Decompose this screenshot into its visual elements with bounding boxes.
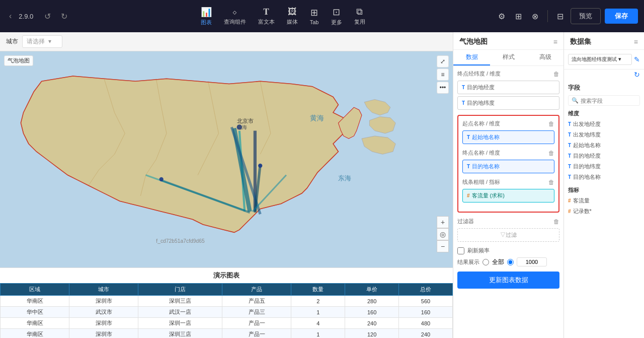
config-tab-advanced[interactable]: 高级 xyxy=(527,50,564,65)
component-icon-btn[interactable]: ⊞ xyxy=(512,10,525,23)
table-cell: 1 xyxy=(291,307,345,318)
svg-point-10 xyxy=(159,177,164,181)
refresh-checkbox[interactable] xyxy=(457,247,464,254)
city-select[interactable]: 请选择 ▾ xyxy=(22,35,62,48)
update-chart-btn[interactable]: 更新图表数据 xyxy=(457,272,559,289)
toolbar-tab[interactable]: ⊞ Tab xyxy=(306,5,323,27)
table-view-btn[interactable]: ≡ xyxy=(437,69,449,81)
col-price: 单价 xyxy=(345,284,399,296)
table-cell: 深圳三店 xyxy=(138,296,222,307)
startpoint-delete-btn[interactable]: 🗑 xyxy=(548,120,554,127)
endpoint-section: 终点经纬度 / 维度 🗑 T 目的地经度 T 目的地纬度 xyxy=(457,70,559,110)
filter-section: 过滤器 🗑 ▽过滤 xyxy=(457,218,559,242)
config-panel: 气泡地图 ≡ 数据 样式 高级 终点经纬度 / 维度 🗑 T 目的地经度 T xyxy=(453,32,564,338)
canvas-toolbar: 城市 请选择 ▾ xyxy=(0,32,453,51)
toolbar-divider xyxy=(547,10,548,22)
search-fields-input[interactable] xyxy=(581,98,636,104)
fullscreen-btn[interactable]: ⤢ xyxy=(437,55,449,67)
toolbar-more[interactable]: ⊡ 更多 xyxy=(327,5,346,28)
dataset-selector: 流向地图经纬度测试 ▾ ✎ xyxy=(564,50,644,70)
red-border-section: 起点名称 / 维度 🗑 T 起始地名称 终点名称 / 维度 🗑 xyxy=(457,115,559,213)
svg-text:东海: 东海 xyxy=(338,174,351,182)
endpoint-field-0[interactable]: T 目的地经度 xyxy=(457,81,559,94)
zoom-in-btn[interactable]: + xyxy=(437,216,449,228)
result-radio-all[interactable] xyxy=(482,259,489,265)
canvas-content: 黄海 东海 北京市 渤海 f_cd72b51a7cfd9d65 气泡地图 ⤢ ≡… xyxy=(0,51,453,267)
refresh-label: 刷新频率 xyxy=(467,247,490,254)
tab-label: Tab xyxy=(310,19,319,25)
endpoint-delete-btn[interactable]: 🗑 xyxy=(553,71,559,78)
col-store: 门店 xyxy=(138,284,222,296)
startpoint-field-type: T xyxy=(467,134,470,140)
dataset-header: 数据集 ≡ xyxy=(564,32,644,50)
back-button[interactable]: ‹ xyxy=(6,10,15,23)
redo-button[interactable]: ↻ xyxy=(58,10,70,23)
table-cell: 1 xyxy=(291,329,345,339)
map-zoom-controls: + ◎ − xyxy=(437,216,449,252)
config-tabs: 数据 样式 高级 xyxy=(453,50,564,66)
result-value-input[interactable]: 1000 xyxy=(517,257,547,266)
city-select-placeholder: 请选择 xyxy=(27,38,45,45)
more-label: 更多 xyxy=(331,19,342,26)
fields-title: 字段 xyxy=(568,84,640,92)
table-cell: 华南区 xyxy=(1,329,69,339)
map-background: 黄海 东海 北京市 渤海 f_cd72b51a7cfd9d65 气泡地图 ⤢ ≡… xyxy=(0,51,453,267)
zoom-center-btn[interactable]: ◎ xyxy=(437,228,449,240)
dimension-item-3: T 目的地经度 xyxy=(568,151,640,161)
layout-icon-btn[interactable]: ⊟ xyxy=(554,10,567,23)
config-body: 终点经纬度 / 维度 🗑 T 目的地经度 T 目的地纬度 起点名称 / 维度 xyxy=(453,66,564,338)
field-type-t0: T xyxy=(462,85,465,90)
dataset-menu-btn[interactable]: ≡ xyxy=(634,38,638,46)
theme-icon-btn[interactable]: ⊗ xyxy=(529,10,541,23)
linethickness-delete-btn[interactable]: 🗑 xyxy=(548,179,554,186)
table-row: 华南区深圳市深圳三店产品一1120240 xyxy=(1,329,453,339)
filter-delete-btn[interactable]: 🗑 xyxy=(553,218,559,225)
linethickness-header: 线条粗细 / 指标 🗑 xyxy=(462,178,554,186)
media-label: 媒体 xyxy=(287,18,298,26)
table-cell: 560 xyxy=(399,296,453,307)
startpoint-field[interactable]: T 起始地名称 xyxy=(462,130,554,144)
more-ctrl-btn[interactable]: ••• xyxy=(437,82,449,94)
table-cell: 280 xyxy=(345,296,399,307)
dataset-dropdown-arrow: ▾ xyxy=(618,56,621,62)
linethickness-field[interactable]: # 客流量 (求和) xyxy=(462,189,554,202)
config-tab-style[interactable]: 样式 xyxy=(490,50,527,65)
svg-point-11 xyxy=(258,164,262,168)
map-controls: ⤢ ≡ ••• xyxy=(437,55,449,94)
result-radio-num[interactable] xyxy=(507,259,514,265)
svg-text:渤海: 渤海 xyxy=(237,125,247,130)
toolbar-query[interactable]: ⬦ 查询组件 xyxy=(220,5,250,28)
toolbar-media[interactable]: 🖼 媒体 xyxy=(283,5,302,28)
save-button[interactable]: 保存 xyxy=(605,9,638,24)
map-title-badge: 气泡地图 xyxy=(4,55,33,66)
toolbar-chart[interactable]: 📊 图表 xyxy=(197,5,216,28)
dataset-select-dropdown[interactable]: 流向地图经纬度测试 ▾ xyxy=(568,54,632,65)
filter-label: 过滤器 xyxy=(457,218,474,225)
destination-field[interactable]: T 目的地名称 xyxy=(462,160,554,173)
search-fields-box: 🔍 xyxy=(568,95,640,106)
table-cell: 武汉市 xyxy=(69,307,138,318)
toolbar-richtext[interactable]: 𝐓 富文本 xyxy=(254,5,279,28)
endpoint-field-1[interactable]: T 目的地纬度 xyxy=(457,96,559,110)
filter-box[interactable]: ▽过滤 xyxy=(457,228,559,242)
config-menu-btn[interactable]: ≡ xyxy=(553,38,557,46)
zoom-out-btn[interactable]: − xyxy=(437,240,449,252)
dataset-name-label: 流向地图经纬度测试 xyxy=(572,56,617,62)
config-header: 气泡地图 ≡ xyxy=(453,32,564,50)
col-total: 总价 xyxy=(399,284,453,296)
preview-button[interactable]: 预览 xyxy=(571,8,601,24)
demo-table: 区域 城市 门店 产品 数量 单价 总价 华南区深圳市深圳三店产品五228056… xyxy=(0,283,453,338)
toolbar-reuse[interactable]: ⧉ 复用 xyxy=(350,5,369,28)
destination-label: 终点名称 / 维度 xyxy=(462,149,500,157)
linethickness-section: 线条粗细 / 指标 🗑 # 客流量 (求和) xyxy=(462,178,554,202)
col-city: 城市 xyxy=(69,284,138,296)
destination-delete-btn[interactable]: 🗑 xyxy=(548,150,554,157)
config-tab-data[interactable]: 数据 xyxy=(453,50,490,65)
filter-icon-btn[interactable]: ⚙ xyxy=(495,10,508,23)
dimension-item-1: T 出发地纬度 xyxy=(568,129,640,140)
richtext-label: 富文本 xyxy=(258,18,275,26)
dataset-refresh-btn[interactable]: ↻ xyxy=(634,71,640,79)
table-cell: 480 xyxy=(399,318,453,329)
dataset-edit-btn[interactable]: ✎ xyxy=(634,55,640,63)
undo-button[interactable]: ↺ xyxy=(41,10,54,23)
